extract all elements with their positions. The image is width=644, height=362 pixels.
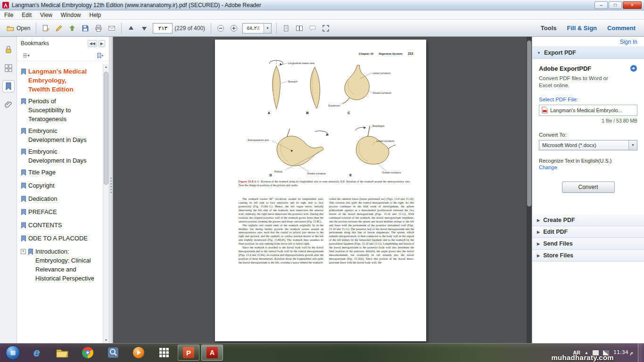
bookmark-item[interactable]: + Introduction: Embryology: Clinical Rel… bbox=[21, 247, 103, 283]
bookmark-item[interactable]: ODE TO A PLACODE bbox=[21, 234, 103, 244]
save-button[interactable] bbox=[79, 22, 92, 34]
bookmark-label[interactable]: ODE TO A PLACODE bbox=[28, 234, 89, 243]
caret-right-icon: ▶ bbox=[537, 242, 540, 246]
panel-resize-divider[interactable] bbox=[109, 37, 113, 343]
show-desktop-button[interactable] bbox=[638, 343, 642, 362]
bookmark-label[interactable]: Title Page bbox=[28, 168, 89, 177]
figure-label-greater-curvature-c: Greater curvature bbox=[372, 91, 391, 94]
bookmark-label[interactable]: Embryonic Development in Days bbox=[28, 147, 89, 165]
figure-label-greater-curvature-d: Greater curvature bbox=[307, 172, 326, 175]
bookmark-item[interactable]: Embryonic Development in Days bbox=[21, 147, 103, 165]
open-button[interactable]: Open bbox=[4, 22, 33, 34]
media-player-button[interactable] bbox=[131, 345, 147, 361]
bookmark-item[interactable]: Langman's Medical Embryology, Twelfth Ed… bbox=[21, 67, 103, 94]
bookmark-options-button[interactable] bbox=[21, 51, 31, 60]
file-explorer-button[interactable] bbox=[54, 345, 70, 361]
document-scrollbar-thumb[interactable] bbox=[527, 41, 531, 206]
bookmark-label[interactable]: Periods of Susceptibility to Teratogenes… bbox=[28, 97, 89, 123]
bookmark-item[interactable]: Dedication bbox=[21, 194, 103, 205]
powerpoint-taskbar-button[interactable]: P bbox=[178, 345, 199, 361]
fit-page-button[interactable] bbox=[280, 22, 293, 34]
collapse-panel-button[interactable]: ◀◀ bbox=[88, 40, 97, 47]
chrome-button[interactable] bbox=[80, 345, 96, 361]
two-page-view-button[interactable] bbox=[293, 22, 306, 34]
print-button[interactable] bbox=[92, 22, 105, 34]
document-scrollbar[interactable] bbox=[527, 37, 532, 343]
fullscreen-button[interactable] bbox=[319, 22, 332, 34]
sign-page-icon bbox=[42, 25, 50, 32]
menu-edit[interactable]: Edit bbox=[17, 11, 36, 19]
bookmark-item[interactable]: Title Page bbox=[21, 168, 103, 178]
scroll-down-arrow-icon[interactable]: ▼ bbox=[103, 337, 109, 343]
menu-view[interactable]: View bbox=[36, 11, 57, 19]
bookmark-label[interactable]: Embryonic Development in Days bbox=[28, 126, 89, 144]
page-thumbnails-button[interactable] bbox=[2, 62, 15, 74]
zoom-control[interactable]: ٥٨,٢٪ ▼ bbox=[242, 23, 272, 33]
menu-help[interactable]: Help bbox=[85, 11, 106, 19]
edit-button[interactable] bbox=[52, 22, 66, 34]
convert-button[interactable]: Convert bbox=[562, 181, 615, 193]
tab-fill-sign[interactable]: Fill & Sign bbox=[567, 25, 597, 32]
bookmarks-panel-button[interactable] bbox=[2, 80, 15, 92]
zoom-in-button[interactable] bbox=[227, 22, 240, 34]
bookmark-item[interactable]: CONTENTS bbox=[21, 221, 103, 231]
email-button[interactable] bbox=[105, 22, 118, 34]
bookmark-item[interactable]: PREFACE bbox=[21, 207, 103, 218]
bookmark-label[interactable]: CONTENTS bbox=[28, 221, 89, 230]
section-export-pdf[interactable]: ▼ Export PDF bbox=[532, 47, 644, 59]
expand-current-bookmark-button[interactable] bbox=[95, 51, 105, 60]
export-pdf-body: Adobe ExportPDF Convert PDF files to Wor… bbox=[532, 59, 644, 214]
panel-menu-button[interactable]: ▶ bbox=[99, 40, 105, 47]
format-dropdown[interactable]: Microsoft Word (*.docx) ▼ bbox=[539, 140, 637, 150]
paragraph: The stomach rotates 90° clockwise around… bbox=[239, 197, 323, 223]
bookmarks-scrollbar[interactable]: ▲ ▼ bbox=[103, 64, 109, 343]
bookmark-label[interactable]: Dedication bbox=[28, 194, 89, 203]
bookmark-label[interactable]: Langman's Medical Embryology, Twelfth Ed… bbox=[28, 67, 89, 94]
comment-bubble-icon bbox=[309, 25, 316, 32]
search-utility-button[interactable] bbox=[105, 345, 121, 361]
bookmark-item[interactable]: Copyright bbox=[21, 181, 103, 191]
internet-explorer-button[interactable]: e bbox=[29, 345, 45, 361]
maximize-button[interactable]: □ bbox=[609, 1, 622, 9]
bookmark-item[interactable]: Embryonic Development in Days bbox=[21, 126, 103, 144]
security-settings-button[interactable] bbox=[2, 43, 15, 56]
bookmark-icon bbox=[21, 148, 26, 157]
dropdown-caret-icon[interactable]: ▼ bbox=[628, 140, 637, 150]
taskbar-clock[interactable]: 11:34 م bbox=[613, 350, 633, 355]
selected-file-box[interactable]: Langman's Medical Embryolo... bbox=[539, 105, 637, 116]
bookmark-label[interactable]: PREFACE bbox=[28, 207, 89, 216]
sticky-note-button[interactable] bbox=[306, 22, 319, 34]
sign-in-link[interactable]: Sign In bbox=[620, 39, 637, 45]
menu-window[interactable]: Window bbox=[57, 11, 85, 19]
figure-panel-d: D bbox=[270, 173, 272, 177]
zoom-dropdown-caret-icon[interactable]: ▼ bbox=[264, 24, 271, 33]
zoom-out-button[interactable] bbox=[214, 22, 227, 34]
attachments-button[interactable] bbox=[2, 99, 15, 111]
bookmark-label[interactable]: Copyright bbox=[28, 181, 89, 190]
tab-tools[interactable]: Tools bbox=[541, 25, 557, 32]
expand-bookmark-toggle[interactable]: + bbox=[21, 249, 26, 254]
section-create-pdf[interactable]: ▶ Create PDF bbox=[532, 214, 644, 226]
figure-label-lesser-curvature-c: Lesser curvature bbox=[372, 72, 390, 74]
section-store-files[interactable]: ▶ Store Files bbox=[532, 250, 644, 262]
section-send-files[interactable]: ▶ Send Files bbox=[532, 238, 644, 250]
section-edit-pdf[interactable]: ▶ Edit PDF bbox=[532, 226, 644, 238]
left-column: The stomach rotates 90° clockwise around… bbox=[239, 197, 323, 264]
previous-page-button[interactable] bbox=[124, 22, 138, 34]
next-page-button[interactable] bbox=[138, 22, 151, 34]
adobe-reader-taskbar-button[interactable]: A bbox=[201, 345, 223, 361]
bookmark-label[interactable]: Introduction: Embryology: Clinical Relev… bbox=[35, 247, 96, 283]
close-button[interactable]: × bbox=[623, 1, 642, 9]
menu-file[interactable]: File bbox=[0, 11, 17, 19]
start-button[interactable]: ⊞ bbox=[6, 346, 20, 360]
page-number-input[interactable] bbox=[153, 23, 173, 33]
app-grid-button[interactable] bbox=[156, 345, 172, 361]
bookmarks-scrollbar-thumb[interactable] bbox=[104, 72, 108, 185]
share-button[interactable] bbox=[66, 22, 79, 34]
change-link[interactable]: Change bbox=[539, 165, 637, 170]
bookmark-item[interactable]: Periods of Susceptibility to Teratogenes… bbox=[21, 97, 103, 123]
minimize-button[interactable]: – bbox=[594, 1, 608, 9]
tab-comment[interactable]: Comment bbox=[607, 25, 636, 32]
scroll-up-arrow-icon[interactable]: ▲ bbox=[103, 64, 109, 70]
sign-document-button[interactable] bbox=[39, 22, 52, 34]
